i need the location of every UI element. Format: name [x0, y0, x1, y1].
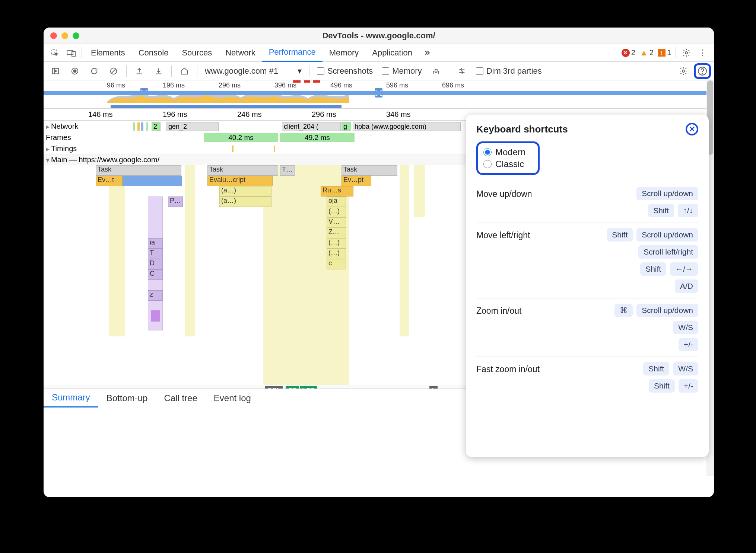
- shortcut-mode-group: ModernClassic: [476, 141, 540, 175]
- network-request[interactable]: g: [342, 122, 351, 131]
- tab-network[interactable]: Network: [219, 44, 262, 62]
- download-icon[interactable]: [153, 65, 165, 77]
- flame-bar[interactable]: ia: [148, 238, 163, 249]
- breadcrumbs-icon[interactable]: [456, 65, 468, 77]
- timing-marker[interactable]: DCL: [265, 386, 283, 389]
- flame-bar[interactable]: V…: [327, 217, 346, 228]
- expand-icon[interactable]: ▸: [46, 122, 50, 131]
- flame-bar[interactable]: Ev…t: [96, 176, 123, 186]
- more-tabs-icon[interactable]: [421, 47, 433, 59]
- flame-bar[interactable]: z: [148, 290, 163, 301]
- memory-checkbox[interactable]: Memory: [382, 66, 422, 76]
- timing-marker[interactable]: L: [429, 386, 438, 389]
- mode-radio-modern[interactable]: Modern: [483, 146, 533, 158]
- flame-bar[interactable]: Evalu…cript: [207, 176, 273, 186]
- details-tab-event-log[interactable]: Event log: [206, 389, 259, 407]
- shortcut-row: Move left/rightShiftScroll up/downScroll…: [476, 223, 698, 298]
- tab-sources[interactable]: Sources: [175, 44, 219, 62]
- device-icon[interactable]: [65, 47, 77, 59]
- shortcut-label: Move left/right: [476, 228, 530, 240]
- chevron-down-icon: ▾: [298, 66, 302, 76]
- warnings-badge[interactable]: ▲ 2: [640, 48, 654, 58]
- tab-console[interactable]: Console: [132, 44, 175, 62]
- details-tab-call-tree[interactable]: Call tree: [156, 389, 205, 407]
- key-badge: Scroll up/down: [636, 304, 698, 317]
- settings-icon[interactable]: [680, 47, 692, 59]
- kebab-menu-icon[interactable]: ⋮: [697, 47, 709, 59]
- flame-bar[interactable]: C: [148, 269, 163, 280]
- flame-bar[interactable]: c: [327, 259, 346, 269]
- key-badge: W/S: [673, 362, 698, 375]
- flame-bar[interactable]: (a…): [219, 196, 271, 207]
- key-badge: Shift: [649, 379, 675, 393]
- shortcut-row: Zoom in/out⌘Scroll up/downW/S+/-: [476, 298, 698, 357]
- help-icon[interactable]: [696, 65, 708, 77]
- network-request[interactable]: client_204 (: [282, 122, 341, 131]
- details-tab-bottom-up[interactable]: Bottom-up: [98, 389, 156, 407]
- main-tabbar: ElementsConsoleSourcesNetworkPerformance…: [44, 44, 714, 62]
- network-request[interactable]: hpba (www.google.com): [353, 122, 461, 131]
- network-request[interactable]: 2: [152, 122, 161, 131]
- key-badge: A/D: [675, 279, 698, 293]
- frame-block[interactable]: 49.2 ms: [280, 133, 355, 142]
- clear-icon[interactable]: [108, 65, 120, 77]
- details-tab-summary[interactable]: Summary: [44, 389, 98, 407]
- issues-badge[interactable]: ! 1: [658, 48, 671, 57]
- tab-application[interactable]: Application: [365, 44, 419, 62]
- flame-bar[interactable]: (a…): [219, 186, 271, 196]
- timing-marker[interactable]: LCP: [300, 386, 317, 389]
- timing-marker[interactable]: CP: [286, 386, 299, 389]
- flame-bar[interactable]: Ev…pt: [342, 176, 371, 186]
- screenshots-checkbox[interactable]: Screenshots: [317, 66, 373, 76]
- key-badge: +/-: [679, 338, 698, 351]
- network-request[interactable]: gen_2: [166, 122, 219, 131]
- toggle-sidebar-icon[interactable]: [50, 65, 61, 77]
- flame-bar[interactable]: Task: [207, 165, 278, 176]
- home-icon[interactable]: [178, 65, 190, 77]
- flame-bar[interactable]: (…): [327, 249, 346, 259]
- key-badge: ←/→: [670, 262, 698, 276]
- flame-bar[interactable]: T…: [280, 165, 295, 176]
- overview-tick: 596 ms: [386, 81, 408, 89]
- shortcut-label: Fast zoom in/out: [476, 362, 540, 374]
- tab-elements[interactable]: Elements: [84, 44, 132, 62]
- overview-minimap[interactable]: 96 ms196 ms296 ms396 ms496 ms596 ms696 m…: [44, 80, 714, 109]
- collapse-icon[interactable]: ▾: [46, 156, 50, 164]
- recording-select[interactable]: www.google.com #1 ▾: [201, 66, 305, 76]
- flame-bar[interactable]: Ru…s: [321, 186, 353, 196]
- frame-block[interactable]: 40.2 ms: [204, 133, 278, 142]
- key-badge: W/S: [673, 321, 698, 334]
- upload-icon[interactable]: [133, 65, 145, 77]
- flame-bar[interactable]: Task: [96, 165, 181, 176]
- flame-bar[interactable]: Z…: [327, 228, 346, 238]
- expand-icon[interactable]: ▸: [46, 144, 50, 153]
- flame-bar[interactable]: Task: [342, 165, 397, 176]
- mode-radio-classic[interactable]: Classic: [483, 158, 533, 170]
- key-badge: ⌘: [614, 304, 633, 317]
- key-badge: Scroll up/down: [636, 228, 698, 242]
- key-badge: Scroll left/right: [638, 245, 698, 259]
- reload-record-icon[interactable]: [88, 65, 100, 77]
- flame-bar[interactable]: P…: [168, 196, 183, 207]
- svg-point-3: [685, 52, 687, 54]
- overview-tick: 696 ms: [442, 81, 464, 89]
- close-icon[interactable]: ✕: [686, 123, 698, 135]
- inspect-icon[interactable]: [49, 47, 61, 59]
- flame-bar[interactable]: (…): [327, 238, 346, 249]
- flame-bar[interactable]: oja: [327, 196, 346, 207]
- gc-icon[interactable]: [430, 65, 442, 77]
- key-badge: Shift: [640, 262, 666, 276]
- errors-badge[interactable]: ✕ 2: [622, 48, 635, 57]
- record-icon[interactable]: [69, 65, 81, 77]
- flame-bar[interactable]: (…): [327, 207, 346, 217]
- window-title: DevTools - www.google.com/: [44, 31, 714, 41]
- flame-bar[interactable]: D: [148, 259, 163, 269]
- perf-toolbar: www.google.com #1 ▾ Screenshots Memory D…: [44, 62, 714, 80]
- tab-performance[interactable]: Performance: [262, 44, 323, 62]
- dim3p-checkbox[interactable]: Dim 3rd parties: [476, 66, 542, 76]
- tab-memory[interactable]: Memory: [323, 44, 365, 62]
- svg-point-8: [682, 70, 684, 72]
- flame-bar[interactable]: T: [148, 249, 163, 259]
- perf-settings-icon[interactable]: [677, 65, 689, 77]
- key-badge: Shift: [643, 362, 669, 375]
